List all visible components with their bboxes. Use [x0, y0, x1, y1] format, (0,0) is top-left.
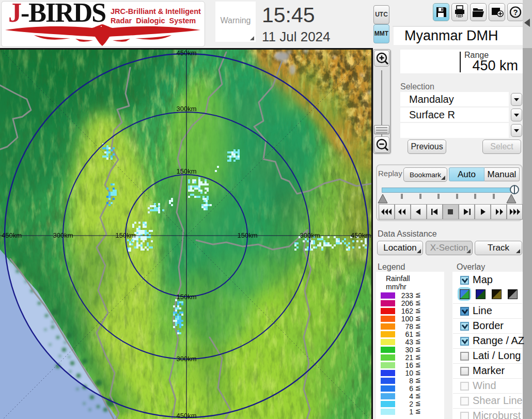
svg-text:300km: 300km	[53, 231, 73, 239]
svg-text:300km: 300km	[176, 355, 196, 363]
svg-text:450km: 450km	[2, 231, 22, 239]
svg-text:450km: 450km	[176, 412, 196, 419]
svg-text:300km: 300km	[176, 105, 196, 113]
svg-text:450km: 450km	[351, 231, 371, 239]
svg-text:150km: 150km	[176, 293, 196, 301]
svg-text:150km: 150km	[237, 231, 257, 239]
svg-text:300km: 300km	[300, 231, 320, 239]
svg-text:150km: 150km	[115, 231, 135, 239]
svg-text:150km: 150km	[176, 167, 196, 175]
svg-text:?: ?	[513, 8, 518, 17]
svg-text:450km: 450km	[176, 49, 196, 57]
